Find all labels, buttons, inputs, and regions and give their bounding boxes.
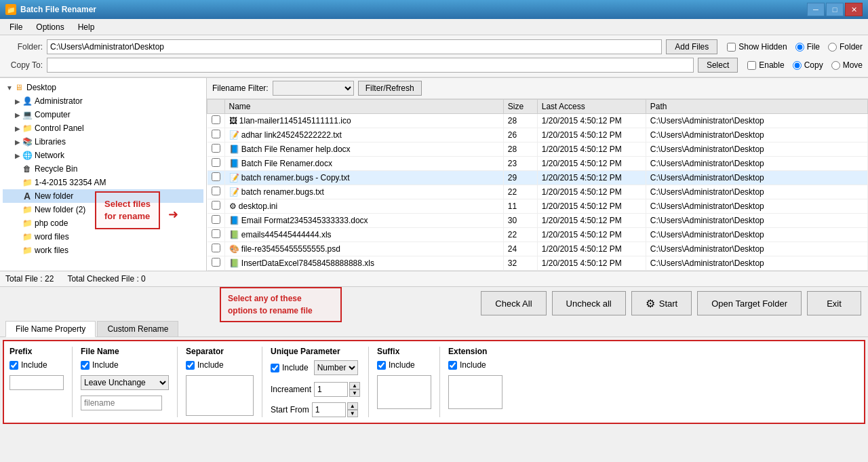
start-button[interactable]: ⚙ Start [631, 291, 692, 315]
suffix-input[interactable] [377, 375, 431, 409]
menu-options[interactable]: Options [29, 20, 71, 34]
tab-file-name-property[interactable]: File Name Property [5, 321, 96, 337]
row-checkbox[interactable] [212, 130, 220, 138]
file-path-cell: C:\Users\Administrator\Desktop [646, 128, 867, 142]
start-from-up[interactable]: ▲ [347, 402, 358, 410]
row-checkbox[interactable] [212, 244, 220, 252]
table-row: 📘 Batch File Renamer.docx 23 1/20/2015 4… [208, 157, 868, 171]
row-checkbox[interactable] [212, 158, 220, 167]
minimize-button[interactable]: ─ [807, 3, 825, 16]
menu-file[interactable]: File [3, 20, 29, 34]
row-checkbox[interactable] [212, 187, 220, 195]
increment-up[interactable]: ▲ [349, 382, 360, 389]
tree-item-computer[interactable]: ▶ 💻 Computer [3, 108, 203, 121]
table-row: 📘 Email Format2345345333333.docx 30 1/20… [208, 214, 868, 228]
check-all-button[interactable]: Check All [481, 291, 546, 315]
row-checkbox[interactable] [212, 258, 220, 267]
col-path[interactable]: Path [646, 100, 867, 114]
col-name[interactable]: Name [224, 100, 503, 114]
suffix-include-label: Include [389, 360, 415, 370]
file-radio-label[interactable]: File [795, 42, 820, 52]
tree-item-date-folder[interactable]: 📁 1-4-2015 32354 AM [3, 176, 203, 189]
expand-icon [14, 246, 22, 254]
tree-item-libraries[interactable]: ▶ 📚 Libraries [3, 135, 203, 149]
unique-type-select[interactable]: Number [314, 360, 358, 375]
tab-custom-rename[interactable]: Custom Rename [97, 321, 178, 336]
table-row: 🎨 file-re35455455555555.psd 24 1/20/2015… [208, 242, 868, 256]
show-hidden-checkbox[interactable] [727, 43, 736, 52]
file-radio[interactable] [795, 43, 804, 52]
action-bar: Check All Uncheck all ⚙ Start Open Targe… [0, 286, 868, 320]
move-radio-label[interactable]: Move [831, 60, 863, 70]
table-row: ⚙ desktop.ini 11 1/20/2015 4:50:12 PM C:… [208, 199, 868, 214]
open-target-button[interactable]: Open Target Folder [697, 291, 802, 315]
folder-radio[interactable] [828, 43, 837, 52]
network-icon: 🌐 [22, 150, 33, 161]
extension-header: Extension [448, 347, 502, 356]
tree-item-work-files[interactable]: 📁 work files [3, 244, 203, 257]
filter-refresh-button[interactable]: Filter/Refresh [358, 81, 422, 96]
tree-item-recycle[interactable]: 🗑 Recycle Bin [3, 162, 203, 176]
tree-panel: ▼ 🖥 Desktop ▶ 👤 Administrator ▶ 💻 Comput… [0, 78, 207, 271]
row-checkbox[interactable] [212, 201, 220, 210]
separator-section: Separator Include [186, 347, 254, 416]
file-path-cell: C:\Users\Administrator\Desktop [646, 228, 867, 242]
suffix-header: Suffix [377, 347, 431, 356]
move-radio[interactable] [831, 61, 840, 70]
extension-include-checkbox[interactable] [448, 361, 457, 370]
menu-help[interactable]: Help [71, 20, 102, 34]
copy-to-input[interactable] [47, 58, 694, 73]
tree-item-network[interactable]: ▶ 🌐 Network [3, 149, 203, 162]
filename-include-checkbox[interactable] [81, 361, 90, 370]
tree-item-desktop[interactable]: ▼ 🖥 Desktop [3, 81, 203, 94]
table-row: 📝 adhar link245245222222.txt 26 1/20/201… [208, 128, 868, 142]
select-button[interactable]: Select [698, 58, 738, 73]
separator-header: Separator [186, 347, 254, 356]
row-checkbox[interactable] [212, 215, 220, 224]
prefix-include-checkbox[interactable] [9, 361, 18, 370]
start-from-down[interactable]: ▼ [347, 410, 358, 417]
col-last-access[interactable]: Last Access [537, 100, 646, 114]
separator-include-checkbox[interactable] [186, 361, 195, 370]
copy-radio-label[interactable]: Copy [793, 60, 823, 70]
file-name-cell: 📗 InsertDataExcel78458458888888.xls [224, 256, 503, 271]
file-name-cell: 📘 Batch File Renamer.docx [224, 157, 503, 171]
tree-item-word-files[interactable]: 📁 word files [3, 230, 203, 244]
add-files-button[interactable]: Add Files [666, 39, 717, 54]
folder-radio-label[interactable]: Folder [828, 42, 863, 52]
prefix-input[interactable] [9, 375, 64, 390]
table-row: 📝 batch renamer.bugs - Copy.txt 29 1/20/… [208, 171, 868, 185]
close-button[interactable]: ✕ [845, 3, 863, 16]
file-path-cell: C:\Users\Administrator\Desktop [646, 214, 867, 228]
filter-bar: Filename Filter: Filter/Refresh [207, 78, 868, 99]
uncheck-all-button[interactable]: Uncheck all [552, 291, 626, 315]
exit-button[interactable]: Exit [807, 291, 861, 315]
col-size[interactable]: Size [503, 100, 537, 114]
row-checkbox[interactable] [212, 229, 220, 238]
separator-include-label: Include [197, 360, 224, 370]
tree-item-administrator[interactable]: ▶ 👤 Administrator [3, 94, 203, 108]
unique-include-checkbox[interactable] [271, 364, 279, 372]
filter-select[interactable] [273, 81, 354, 96]
start-from-input[interactable] [312, 402, 346, 417]
show-hidden-label[interactable]: Show Hidden [727, 42, 787, 52]
row-checkbox[interactable] [212, 172, 220, 181]
increment-down[interactable]: ▼ [349, 389, 360, 397]
file-date-cell: 1/20/2015 4:50:12 PM [537, 256, 646, 271]
tree-item-control-panel[interactable]: ▶ 📁 Control Panel [3, 121, 203, 135]
row-checkbox[interactable] [212, 144, 220, 153]
folder-row: Folder: Add Files Show Hidden File Folde… [5, 39, 863, 54]
filename-input[interactable] [81, 396, 162, 410]
suffix-include-checkbox[interactable] [377, 361, 386, 370]
enable-checkbox[interactable] [747, 61, 756, 70]
row-checkbox[interactable] [212, 115, 220, 124]
maximize-button[interactable]: □ [826, 3, 844, 16]
copy-radio[interactable] [793, 61, 802, 70]
menu-bar: File Options Help [0, 19, 868, 35]
extension-input[interactable] [448, 375, 502, 409]
separator-input[interactable] [186, 375, 254, 416]
increment-input[interactable] [314, 382, 348, 397]
filename-dropdown[interactable]: Leave Unchange [81, 375, 169, 390]
enable-label[interactable]: Enable [747, 60, 784, 70]
folder-input[interactable] [47, 39, 662, 54]
